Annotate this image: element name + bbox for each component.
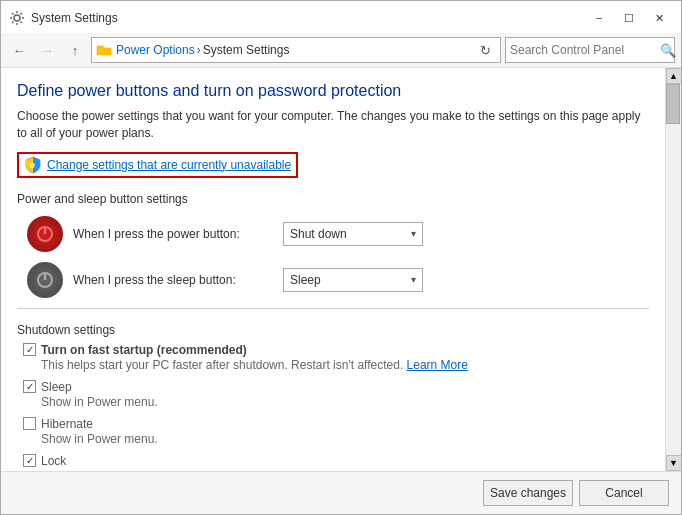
title-bar-left: System Settings [9, 10, 118, 26]
sleep-row: Sleep [23, 380, 649, 394]
search-box: 🔍 [505, 37, 675, 63]
sleep-label: Sleep [41, 380, 72, 394]
page-title: Define power buttons and turn on passwor… [17, 82, 649, 100]
scroll-down-button[interactable]: ▼ [666, 455, 682, 471]
lock-checkbox[interactable] [23, 454, 36, 467]
divider [17, 308, 649, 309]
hibernate-label: Hibernate [41, 417, 93, 431]
change-settings-link[interactable]: ⚙ Change settings that are currently una… [17, 152, 298, 178]
window-title: System Settings [31, 11, 118, 25]
address-folder-icon [96, 42, 112, 58]
chevron-down-icon: ▾ [411, 228, 416, 239]
cancel-button[interactable]: Cancel [579, 480, 669, 506]
breadcrumb-current: System Settings [203, 43, 290, 57]
scroll-track [666, 84, 681, 455]
scrollbar: ▲ ▼ [665, 68, 681, 471]
power-button-label: When I press the power button: [73, 227, 273, 241]
sleep-button-dropdown[interactable]: Sleep ▾ [283, 268, 423, 292]
power-button-setting: When I press the power button: Shut down… [27, 216, 649, 252]
shutdown-section: Shutdown settings Turn on fast startup (… [17, 323, 649, 471]
fast-startup-row: Turn on fast startup (recommended) [23, 343, 649, 357]
svg-point-0 [14, 15, 20, 21]
forward-button[interactable]: → [35, 38, 59, 62]
list-item: Hibernate Show in Power menu. [23, 417, 649, 446]
fast-startup-desc: This helps start your PC faster after sh… [41, 358, 649, 372]
refresh-button[interactable]: ↻ [474, 39, 496, 61]
hibernate-checkbox[interactable] [23, 417, 36, 430]
breadcrumb: Power Options › System Settings [116, 43, 470, 57]
save-changes-button[interactable]: Save changes [483, 480, 573, 506]
fast-startup-label: Turn on fast startup (recommended) [41, 343, 247, 357]
shutdown-section-title: Shutdown settings [17, 323, 649, 337]
search-icon: 🔍 [660, 43, 676, 58]
breadcrumb-separator: › [197, 43, 201, 57]
title-bar-controls: − ☐ ✕ [585, 7, 673, 29]
power-icon [27, 216, 63, 252]
hibernate-desc: Show in Power menu. [41, 432, 649, 446]
nav-bar: ← → ↑ Power Options › System Settings ↻ … [1, 33, 681, 68]
sleep-button-value: Sleep [290, 273, 321, 287]
list-item: Lock Show in account picture menu. [23, 454, 649, 471]
shield-icon: ⚙ [24, 156, 42, 174]
chevron-down-icon-2: ▾ [411, 274, 416, 285]
scroll-up-button[interactable]: ▲ [666, 68, 682, 84]
breadcrumb-power-options[interactable]: Power Options [116, 43, 195, 57]
learn-more-link[interactable]: Learn More [407, 358, 468, 372]
lock-label: Lock [41, 454, 66, 468]
content: Define power buttons and turn on passwor… [1, 68, 665, 471]
list-item: Sleep Show in Power menu. [23, 380, 649, 409]
title-bar: System Settings − ☐ ✕ [1, 1, 681, 33]
address-bar: Power Options › System Settings ↻ [91, 37, 501, 63]
up-button[interactable]: ↑ [63, 38, 87, 62]
sleep-checkbox[interactable] [23, 380, 36, 393]
minimize-button[interactable]: − [585, 7, 613, 29]
power-section-title: Power and sleep button settings [17, 192, 649, 206]
main: Define power buttons and turn on passwor… [1, 68, 681, 471]
sleep-button-label: When I press the sleep button: [73, 273, 273, 287]
power-button-dropdown[interactable]: Shut down ▾ [283, 222, 423, 246]
search-input[interactable] [510, 43, 660, 57]
lock-row: Lock [23, 454, 649, 468]
sleep-icon [27, 262, 63, 298]
window: System Settings − ☐ ✕ ← → ↑ Power Option… [0, 0, 682, 515]
power-button-value: Shut down [290, 227, 347, 241]
change-settings-label: Change settings that are currently unava… [47, 158, 291, 172]
close-button[interactable]: ✕ [645, 7, 673, 29]
page-description: Choose the power settings that you want … [17, 108, 649, 142]
hibernate-row: Hibernate [23, 417, 649, 431]
sleep-desc: Show in Power menu. [41, 395, 649, 409]
list-item: Turn on fast startup (recommended) This … [23, 343, 649, 372]
restore-button[interactable]: ☐ [615, 7, 643, 29]
svg-text:⚙: ⚙ [29, 162, 35, 169]
scroll-thumb[interactable] [666, 84, 680, 124]
sleep-button-setting: When I press the sleep button: Sleep ▾ [27, 262, 649, 298]
footer: Save changes Cancel [1, 471, 681, 514]
fast-startup-checkbox[interactable] [23, 343, 36, 356]
back-button[interactable]: ← [7, 38, 31, 62]
window-icon [9, 10, 25, 26]
